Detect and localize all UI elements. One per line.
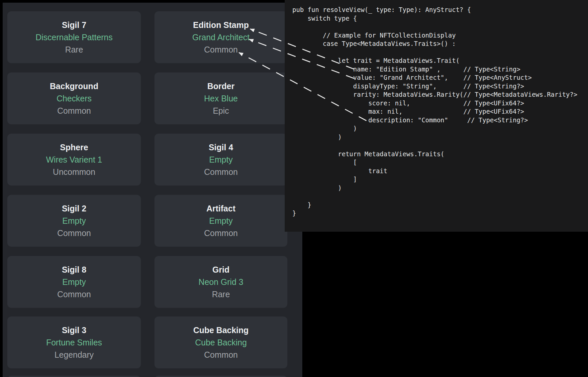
trait-card: Sigil 2 Empty Common — [7, 195, 141, 247]
code-panel: pub fun resolveView(_ type: Type): AnySt… — [285, 0, 588, 232]
trait-value: Grand Architect — [192, 31, 249, 44]
trait-card: Artifact Empty Common — [154, 195, 287, 247]
trait-card: Sigil 7 Discernable Patterns Rare — [7, 11, 141, 63]
trait-name: Sigil 7 — [62, 19, 86, 31]
trait-value: Discernable Patterns — [36, 31, 113, 44]
trait-value: Hex Blue — [204, 92, 238, 105]
trait-value: Cube Backing — [195, 336, 247, 349]
trait-card: Edition Stamp Grand Architect Common — [154, 11, 287, 63]
trait-rarity: Epic — [213, 105, 229, 117]
trait-value: Empty — [62, 276, 86, 288]
trait-rarity: Common — [204, 349, 238, 361]
trait-card: Cube Backing Cube Backing Common — [154, 316, 287, 368]
trait-name: Border — [207, 80, 235, 92]
trait-rarity: Common — [204, 227, 238, 239]
code-listing: pub fun resolveView(_ type: Type): AnySt… — [285, 0, 588, 218]
trait-value: Neon Grid 3 — [199, 276, 244, 288]
trait-rarity: Rare — [65, 44, 83, 56]
trait-name: Grid — [212, 264, 229, 276]
trait-rarity: Common — [204, 166, 238, 178]
trait-card: Border Hex Blue Epic — [154, 72, 287, 124]
trait-card-partial — [7, 376, 141, 377]
trait-name: Cube Backing — [193, 324, 249, 336]
trait-name: Sigil 4 — [209, 141, 233, 154]
trait-card-partial — [154, 376, 287, 377]
trait-value: Empty — [62, 215, 86, 227]
trait-name: Sigil 3 — [62, 324, 86, 336]
trait-name: Edition Stamp — [193, 19, 249, 31]
trait-rarity: Uncommon — [53, 166, 95, 178]
trait-value: Fortune Smiles — [46, 336, 102, 349]
trait-card: Sphere Wires Varient 1 Uncommon — [7, 134, 141, 186]
trait-name: Sigil 8 — [62, 264, 86, 276]
slide-canvas: Sigil 7 Discernable Patterns Rare Editio… — [0, 0, 588, 377]
trait-card: Background Checkers Common — [7, 72, 141, 124]
trait-rarity: Common — [57, 227, 91, 239]
trait-card: Grid Neon Grid 3 Rare — [154, 256, 287, 308]
traits-panel: Sigil 7 Discernable Patterns Rare Editio… — [3, 3, 302, 377]
trait-name: Sigil 2 — [62, 202, 86, 215]
trait-card: Sigil 3 Fortune Smiles Legendary — [7, 316, 141, 368]
trait-rarity: Common — [204, 44, 238, 56]
trait-value: Empty — [209, 215, 233, 227]
trait-rarity: Legendary — [54, 349, 94, 361]
trait-rarity: Common — [57, 105, 91, 117]
trait-card: Sigil 8 Empty Common — [7, 256, 141, 308]
trait-value: Empty — [209, 154, 233, 166]
trait-card: Sigil 4 Empty Common — [154, 134, 287, 186]
trait-value: Checkers — [56, 92, 92, 105]
trait-rarity: Common — [57, 288, 91, 301]
trait-name: Sphere — [60, 141, 88, 154]
trait-name: Artifact — [206, 202, 236, 215]
trait-name: Background — [50, 80, 98, 92]
trait-value: Wires Varient 1 — [46, 154, 102, 166]
trait-rarity: Rare — [212, 288, 230, 301]
